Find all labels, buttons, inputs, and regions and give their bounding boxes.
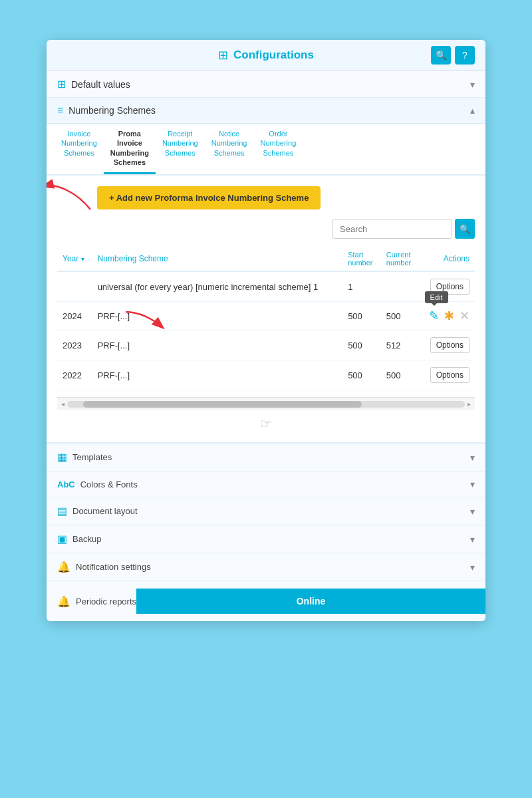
cell-start: 500 — [342, 360, 381, 390]
col-current: Current number — [381, 247, 420, 271]
backup-label: Backup — [72, 534, 101, 544]
search-icon: 🔍 — [460, 224, 470, 234]
table-row: 2024 PRF-[...] — [57, 302, 475, 331]
cell-scheme: universal (for every year) [numeric incr… — [92, 271, 343, 302]
colors-section[interactable]: AbC Colors & Fonts ▾ — [47, 471, 485, 497]
templates-chevron: ▾ — [470, 452, 475, 463]
cell-start: 500 — [342, 331, 381, 360]
cell-current: 500 — [381, 302, 420, 331]
cell-current: 500 — [381, 360, 420, 390]
cell-year: 2022 — [57, 360, 92, 390]
col-year-label: Year — [63, 254, 81, 263]
cell-start: 1 — [342, 271, 381, 302]
document-layout-icon: ▤ — [57, 505, 67, 517]
numbering-schemes-chevron: ▴ — [470, 105, 475, 116]
backup-chevron: ▾ — [470, 534, 475, 545]
search-header-button[interactable]: 🔍 — [431, 46, 451, 65]
sort-icon: ▾ — [81, 255, 84, 263]
periodic-reports-icon: 🔔 — [57, 595, 70, 608]
templates-icon: ▦ — [57, 451, 67, 464]
cell-scheme: PRF-[...] — [92, 302, 343, 331]
document-layout-section[interactable]: ▤ Document layout ▾ — [47, 497, 485, 525]
default-values-label: Default values — [71, 79, 130, 90]
table-row: 2022 PRF-[...] 500 500 Options — [57, 360, 475, 390]
table-row: universal (for every year) [numeric incr… — [57, 271, 475, 302]
backup-icon: ▣ — [57, 533, 67, 545]
config-grid-icon: ⊞ — [218, 48, 228, 63]
header-title: Configurations — [233, 49, 314, 62]
periodic-reports-label: Periodic reports — [76, 597, 136, 606]
notification-icon: 🔔 — [57, 561, 70, 573]
cell-year: 2024 — [57, 302, 92, 331]
scrollbar-track — [67, 401, 465, 408]
numbering-schemes-section: ≡ Numbering Schemes ▴ Invoice Numbering … — [47, 98, 485, 443]
header-icon-group: 🔍 ? — [431, 46, 475, 65]
tab-notice[interactable]: Notice Numbering Schemes — [205, 124, 254, 174]
edit-tooltip: Edit — [425, 291, 448, 303]
default-values-icon: ⊞ — [57, 78, 66, 90]
search-bar: 🔍 — [57, 219, 475, 239]
cell-scheme: PRF-[...] — [92, 360, 343, 390]
colors-chevron: ▾ — [470, 479, 475, 489]
colors-icon: AbC — [57, 479, 75, 489]
periodic-reports-section[interactable]: 🔔 Periodic reports Online — [47, 581, 485, 621]
colors-label: Colors & Fonts — [80, 479, 138, 489]
default-values-section[interactable]: ⊞ Default values ▾ — [47, 71, 485, 98]
default-values-chevron: ▾ — [470, 79, 475, 90]
action-icons-group: Edit ✎ ✱ ✕ — [425, 309, 469, 323]
cell-actions: Options — [420, 331, 475, 360]
options-button[interactable]: Options — [430, 367, 469, 383]
cell-year — [57, 271, 92, 302]
options-button[interactable]: Options — [430, 337, 469, 353]
notification-label: Notification settings — [76, 562, 151, 572]
templates-label: Templates — [72, 452, 112, 462]
tab-receipt[interactable]: Receipt Numbering Schemes — [156, 124, 205, 174]
cell-actions: Options — [420, 360, 475, 390]
backup-section[interactable]: ▣ Backup ▾ — [47, 525, 485, 553]
numbering-schemes-label: Numbering Schemes — [68, 105, 156, 116]
scrollbar-area[interactable]: ◂ ▸ — [57, 397, 475, 410]
scroll-left-arrow[interactable]: ◂ — [59, 400, 67, 408]
templates-section[interactable]: ▦ Templates ▾ — [47, 443, 485, 471]
content-area: + Add new Proforma Invoice Numbering Sch… — [47, 176, 485, 442]
cell-start: 500 — [342, 302, 381, 331]
notification-settings-section[interactable]: 🔔 Notification settings ▾ — [47, 553, 485, 581]
hand-cursor-icon: ☞ — [57, 416, 475, 432]
col-start: Start number — [342, 247, 381, 271]
search-input[interactable] — [332, 219, 452, 239]
cell-current: 512 — [381, 331, 420, 360]
scroll-right-arrow[interactable]: ▸ — [465, 400, 473, 408]
document-layout-label: Document layout — [72, 506, 138, 516]
col-actions: Actions — [420, 247, 475, 271]
notification-chevron: ▾ — [470, 562, 475, 573]
help-button[interactable]: ? — [455, 46, 475, 65]
edit-icon[interactable]: ✎ — [429, 309, 439, 323]
tab-order[interactable]: Order Numbering Schemes — [254, 124, 303, 174]
col-year[interactable]: Year ▾ — [57, 247, 92, 271]
add-new-scheme-button[interactable]: + Add new Proforma Invoice Numbering Sch… — [97, 186, 321, 209]
bottom-sections: ▦ Templates ▾ AbC Colors & Fonts ▾ ▤ Doc… — [47, 443, 485, 621]
tab-invoice[interactable]: Invoice Numbering Schemes — [55, 124, 104, 174]
cell-year: 2023 — [57, 331, 92, 360]
add-button-wrapper: + Add new Proforma Invoice Numbering Sch… — [57, 186, 475, 209]
document-layout-chevron: ▾ — [470, 506, 475, 517]
search-button[interactable]: 🔍 — [455, 219, 475, 239]
col-scheme: Numbering Scheme — [92, 247, 343, 271]
star-icon[interactable]: ✱ — [444, 309, 454, 323]
delete-icon[interactable]: ✕ — [460, 309, 469, 323]
data-table: Year ▾ Numbering Scheme Start number Cur… — [57, 247, 475, 390]
numbering-schemes-icon: ≡ — [57, 104, 63, 116]
cell-current — [381, 271, 420, 302]
numbering-schemes-header[interactable]: ≡ Numbering Schemes ▴ — [47, 98, 485, 124]
tabs-container: Invoice Numbering Schemes Proma Invoice … — [47, 124, 485, 176]
header: ⊞ Configurations 🔍 ? — [47, 40, 485, 71]
cell-actions: Edit ✎ ✱ ✕ — [420, 302, 475, 331]
table-row: 2023 PRF-[...] 500 512 Options — [57, 331, 475, 360]
scrollbar-thumb[interactable] — [83, 401, 362, 408]
cell-scheme: PRF-[...] — [92, 331, 343, 360]
scrollbar-container: ◂ ▸ ☞ — [57, 397, 475, 432]
online-button[interactable]: Online — [136, 589, 485, 614]
tab-proma[interactable]: Proma Invoice Numbering Schemes — [104, 124, 156, 174]
main-window: ⊞ Configurations 🔍 ? ⊞ Default values ▾ … — [47, 40, 485, 621]
